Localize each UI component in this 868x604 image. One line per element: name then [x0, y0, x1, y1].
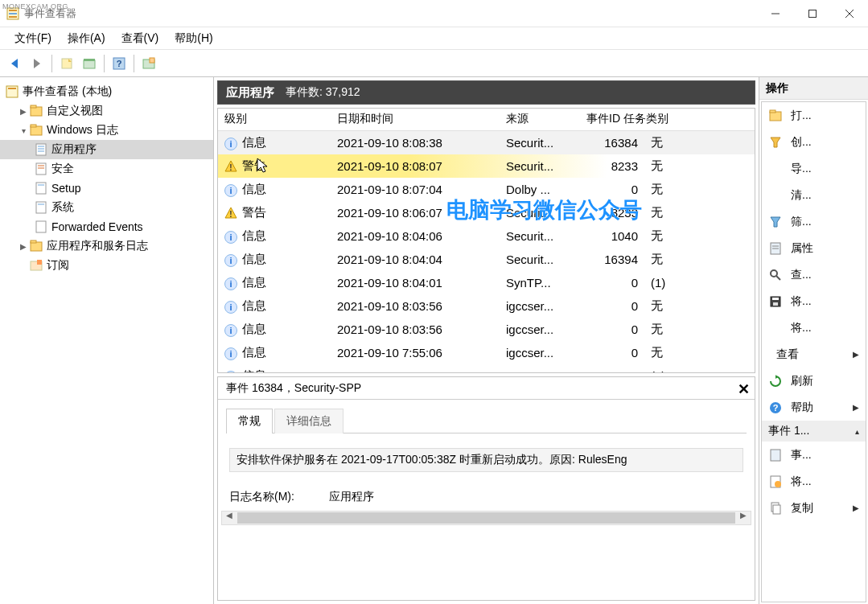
page-watermark: MONEXCAM.ORG	[2, 2, 68, 10]
tree-custom-views[interactable]: ▶ 自定义视图	[0, 101, 213, 121]
tree-root[interactable]: 事件查看器 (本地)	[0, 82, 213, 101]
menu-file[interactable]: 文件(F)	[6, 30, 60, 47]
svg-rect-47	[772, 298, 779, 300]
cell-category: 无	[644, 322, 709, 337]
chevron-right-icon: ▶	[853, 403, 859, 412]
action-refresh[interactable]: 刷新	[762, 368, 866, 394]
table-row[interactable]: i信息2021-09-10 8:03:56igccser...0无	[218, 294, 755, 318]
svg-rect-33	[31, 242, 42, 251]
tree-panel: 事件查看器 (本地) ▶ 自定义视图 ▾ Windows 日志 应用程序 安全 …	[0, 77, 214, 604]
scroll-right-icon[interactable]: ▶	[736, 511, 751, 525]
tab-details[interactable]: 详细信息	[274, 409, 343, 433]
log-name-value: 应用程序	[329, 490, 374, 503]
cell-source: igccser...	[500, 323, 580, 336]
cell-eventid: 8233	[580, 206, 644, 220]
action-icon	[768, 241, 783, 256]
toolbar-btn-1[interactable]	[57, 54, 76, 73]
tree-windows-logs[interactable]: ▾ Windows 日志	[0, 121, 213, 140]
toolbar-btn-3[interactable]	[139, 54, 158, 73]
cell-eventid: 0	[580, 346, 644, 360]
table-row[interactable]: i信息2021-09-10 8:08:38Securit...16384无	[218, 131, 755, 154]
menu-help[interactable]: 帮助(H)	[167, 30, 220, 47]
action-item[interactable]: 属性	[762, 235, 866, 261]
action-item[interactable]: 将...	[762, 314, 866, 341]
table-row[interactable]: i信息2021-09-10 7:55:04SynTP...0(1)	[218, 364, 755, 373]
tree-setup[interactable]: Setup	[0, 179, 213, 198]
level-icon: i	[224, 346, 237, 360]
horizontal-scrollbar[interactable]: ◀ ▶	[221, 511, 751, 525]
action-item[interactable]: 筛...	[762, 208, 866, 235]
menu-view[interactable]: 查看(V)	[113, 30, 167, 47]
tree-system[interactable]: 系统	[0, 198, 213, 217]
cell-date: 2021-09-10 8:03:56	[331, 323, 500, 336]
close-icon[interactable]: ✕	[738, 380, 750, 398]
actions-header: 操作	[759, 77, 868, 100]
svg-rect-2	[9, 13, 17, 14]
action-item[interactable]: 查...	[762, 261, 866, 288]
toolbar-btn-2[interactable]	[80, 54, 99, 73]
svg-rect-30	[36, 202, 46, 213]
action-help[interactable]: ? 帮助 ▶	[762, 394, 866, 421]
tab-general[interactable]: 常规	[226, 409, 273, 433]
actions-group-event[interactable]: 事件 1... ▴	[762, 421, 866, 442]
cell-category: 无	[644, 345, 709, 360]
tree-app-service-logs[interactable]: ▶ 应用程序和服务日志	[0, 236, 213, 256]
table-row[interactable]: i信息2021-09-10 8:04:04Securit...16394无	[218, 248, 755, 271]
action-copy[interactable]: 复制 ▶	[762, 495, 866, 521]
actions-panel: 操作 打...创...导...清...筛...属性查...将...将... 查看…	[759, 77, 868, 604]
tree-security[interactable]: 安全	[0, 159, 213, 179]
table-row[interactable]: i信息2021-09-10 8:07:04Dolby ...0无	[218, 178, 755, 201]
table-row[interactable]: i信息2021-09-10 8:03:56igccser...0无	[218, 318, 755, 341]
action-item[interactable]: 打...	[762, 102, 866, 129]
table-row[interactable]: !警告2021-09-10 8:08:07Securit...8233无	[218, 154, 755, 178]
table-row[interactable]: !警告2021-09-10 8:06:07Securit...8233无	[218, 201, 755, 224]
cell-category: (1)	[644, 369, 709, 373]
svg-rect-18	[31, 105, 36, 108]
chevron-right-icon[interactable]: ▶	[18, 240, 29, 252]
action-icon	[768, 475, 783, 489]
level-icon: !	[224, 207, 237, 220]
action-icon	[768, 268, 783, 282]
action-view[interactable]: 查看 ▶	[762, 341, 866, 368]
col-source[interactable]: 来源	[500, 109, 580, 130]
action-item[interactable]: 将...	[762, 468, 866, 495]
collapse-icon[interactable]: ▴	[855, 427, 859, 436]
scroll-left-icon[interactable]: ◀	[222, 511, 237, 525]
cell-eventid: 0	[580, 183, 644, 196]
window-close-button[interactable]	[831, 0, 868, 27]
action-item[interactable]: 创...	[762, 129, 866, 155]
toolbar: ?	[0, 50, 868, 77]
col-date[interactable]: 日期和时间	[331, 109, 500, 130]
svg-rect-51	[771, 450, 780, 461]
tree-forwarded[interactable]: Forwarded Events	[0, 217, 213, 236]
grid-body[interactable]: i信息2021-09-10 8:08:38Securit...16384无!警告…	[218, 131, 755, 373]
tree-subscriptions[interactable]: 订阅	[0, 256, 213, 275]
tree-application[interactable]: 应用程序	[0, 140, 213, 159]
svg-rect-17	[31, 107, 42, 116]
level-icon: i	[224, 229, 237, 244]
toolbar-help-button[interactable]: ?	[109, 54, 129, 73]
svg-text:!: !	[229, 210, 232, 219]
level-icon: i	[224, 299, 237, 314]
action-item[interactable]: 事...	[762, 442, 866, 468]
action-label: 刷新	[791, 374, 813, 388]
col-level[interactable]: 级别	[218, 109, 331, 130]
col-eventid[interactable]: 事件ID 任务类别	[580, 109, 755, 130]
cell-date: 2021-09-10 8:08:38	[331, 136, 500, 150]
table-row[interactable]: i信息2021-09-10 8:04:01SynTP...0(1)	[218, 271, 755, 294]
back-button[interactable]	[5, 54, 24, 73]
level-text: 信息	[242, 252, 266, 267]
table-row[interactable]: i信息2021-09-10 8:04:06Securit...1040无	[218, 224, 755, 248]
menu-action[interactable]: 操作(A)	[60, 30, 113, 47]
action-item[interactable]: 将...	[762, 288, 866, 314]
action-item[interactable]: 导...	[762, 155, 866, 182]
action-item[interactable]: 清...	[762, 182, 866, 208]
forward-button[interactable]	[27, 54, 47, 73]
window-minimize-button[interactable]	[757, 0, 794, 27]
table-row[interactable]: i信息2021-09-10 7:55:06igccser...0无	[218, 341, 755, 364]
cell-source: igccser...	[500, 299, 580, 313]
chevron-down-icon[interactable]: ▾	[18, 125, 29, 136]
level-text: 信息	[242, 345, 266, 360]
chevron-right-icon[interactable]: ▶	[18, 105, 29, 117]
window-maximize-button[interactable]	[794, 0, 831, 27]
